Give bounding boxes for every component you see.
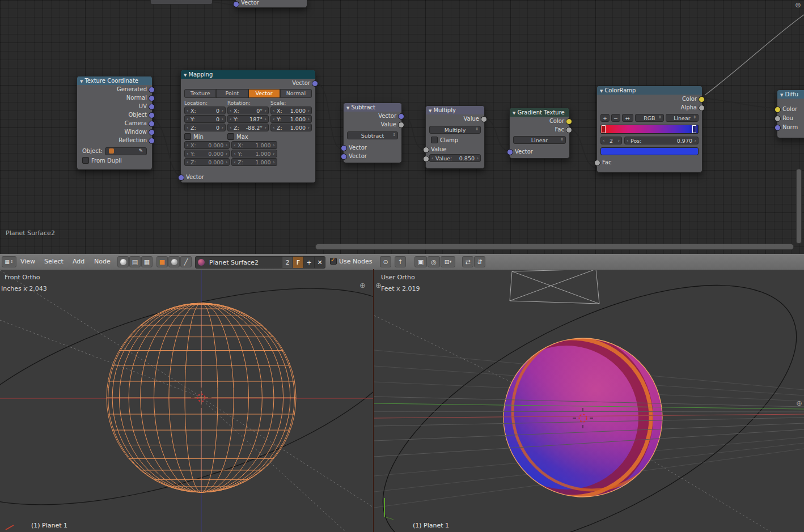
unlink-material-button[interactable]: ✕ [314,257,325,268]
socket-output-uv[interactable] [149,104,155,110]
node-header[interactable]: ▼Gradient Texture [510,108,569,117]
socket-input-color[interactable] [775,107,781,113]
menu-view[interactable]: View [20,258,35,265]
socket-output-vector[interactable] [312,80,318,87]
use-nodes-checkbox[interactable] [330,258,337,265]
node-texture-coordinate[interactable]: ▼Texture Coordinate Generated Normal UV … [77,76,153,170]
collapse-icon[interactable]: ▼ [346,106,349,110]
location-x-field[interactable]: X:0 [184,107,226,114]
socket-input-vector[interactable] [507,149,513,155]
node-subtract[interactable]: ▼Subtract Vector Value Subtract Vector V… [343,103,402,163]
socket-input-value-2[interactable] [423,156,429,162]
socket-output-object[interactable] [149,112,155,118]
stop-color-swatch[interactable] [600,147,699,155]
node-header[interactable]: ▼Subtract [344,103,401,112]
camera-wireframe[interactable] [510,269,599,304]
scale-x-field[interactable]: X:1.000 [270,107,312,114]
material-name-field[interactable]: Planet Surface2 [207,259,282,266]
socket-input-vector-2[interactable] [341,154,347,160]
socket-input-roughness[interactable] [775,116,781,122]
node-header[interactable]: ▼ColorRamp [597,86,702,95]
mapping-type-tabs[interactable]: Texture Point Vector Normal [184,89,312,98]
min-x-field[interactable]: X:0.000 [184,141,230,149]
flip-ramp-button[interactable]: ↔ [622,114,633,122]
snap-button[interactable]: ⊞▾ [441,256,455,267]
partial-node-widget[interactable] [150,0,213,5]
scale-y-field[interactable]: Y:1.000 [270,115,312,123]
node-gradient-texture[interactable]: ▼Gradient Texture Color Fac Linear Vecto… [509,108,570,159]
object-selector[interactable]: ✎ [105,147,147,155]
collapse-icon[interactable]: ▼ [80,79,83,84]
node-editor[interactable]: Vector ▼Texture Coordinate Generated Nor… [0,0,804,254]
viewport-front[interactable]: Front Ortho Inches x 2.043 (1) Planet 1 … [0,269,373,532]
scale-z-field[interactable]: Z:1.000 [270,124,312,131]
new-material-button[interactable]: + [303,257,314,268]
collapse-icon[interactable]: ▼ [600,89,603,93]
socket-input-vector[interactable] [178,175,184,181]
shader-other-icon[interactable]: ▦ [141,256,153,267]
context-material-icon[interactable] [168,256,180,267]
socket-output-window[interactable] [149,129,155,135]
colorramp-gradient-bar[interactable] [600,125,699,134]
interpolation-dropdown[interactable]: Linear [666,114,699,122]
tab-normal[interactable]: Normal [280,89,312,98]
node-diffuse[interactable]: ▼Diffu Color Rou Norm [777,90,804,138]
stop-position-field[interactable]: Pos:0.970 [624,137,699,144]
operation-dropdown[interactable]: Multiply [429,126,481,134]
tab-texture[interactable]: Texture [184,89,216,98]
wireframe-sphere[interactable] [107,303,296,492]
rotation-y-field[interactable]: Y:187° [227,115,269,123]
ramp-stop-active[interactable] [692,125,696,133]
socket-input-fac[interactable] [594,160,600,166]
region-expand-icon[interactable]: ⊕ [359,282,366,289]
planet-sphere[interactable] [487,331,671,497]
value-slider[interactable]: Value:0.850 [429,154,481,162]
pin-button[interactable]: ⊙ [380,256,391,267]
socket-input-vector-1[interactable] [341,145,347,151]
region-expand-icon[interactable]: ⊕ [796,399,802,407]
gradient-type-dropdown[interactable]: Linear [513,136,566,144]
menu-add[interactable]: Add [73,258,84,265]
rotation-x-field[interactable]: X:0° [227,107,269,114]
socket-input-normal[interactable] [775,125,781,131]
copy-nodes-button[interactable]: ⇄ [462,256,473,267]
tab-vector[interactable]: Vector [248,89,280,98]
viewport-user-canvas[interactable] [374,269,804,532]
context-object-icon[interactable]: ■ [156,256,168,267]
socket-output-alpha[interactable] [699,105,705,111]
socket-output-value[interactable] [481,116,487,122]
socket-output-generated[interactable] [149,87,155,93]
operation-dropdown[interactable]: Subtract [347,131,398,139]
max-checkbox[interactable] [227,133,234,140]
socket-output-fac[interactable] [566,127,572,133]
node-colorramp[interactable]: ▼ColorRamp Color Alpha + − ↔ RGB Linear … [596,86,703,173]
socket-output-color[interactable] [699,96,705,103]
node-header[interactable]: ▼Mapping [181,70,315,79]
socket-input-vector[interactable] [233,1,239,7]
node-header[interactable]: ▼Diffu [777,90,804,99]
socket-input-value-1[interactable] [423,147,429,153]
auto-render-button[interactable]: ◎ [428,256,440,267]
color-mode-dropdown[interactable]: RGB [635,114,664,122]
use-nodes-toggle[interactable]: Use Nodes [330,258,373,265]
node-header[interactable]: ▼Texture Coordinate [77,76,152,85]
from-dupli-checkbox[interactable] [82,157,89,164]
min-checkbox[interactable] [184,133,191,140]
shader-world-icon[interactable]: ▤ [129,256,141,267]
material-id-block[interactable]: Planet Surface2 2 F + ✕ [195,256,325,269]
paste-nodes-button[interactable]: ⇵ [474,256,485,267]
add-stop-button[interactable]: + [600,114,610,122]
delete-stop-button[interactable]: − [611,114,620,122]
partial-node-vector[interactable]: Vector [235,0,307,8]
viewport-user[interactable]: User Ortho Feet x 2.019 (1) Planet 1 ⊕ ⊕ [374,269,804,532]
user-count-button[interactable]: 2 [282,257,293,268]
shader-object-icon[interactable] [117,256,129,267]
backdrop-button[interactable]: ▣ [414,256,427,267]
node-editor-header[interactable]: ▦⇕ View Select Add Node ▤ ▦ ■ ╱ Planet S… [0,254,804,270]
viewport-divider[interactable] [373,269,374,532]
menu-node[interactable]: Node [94,258,111,265]
max-y-field[interactable]: Y:1.000 [231,150,277,158]
menu-select[interactable]: Select [44,258,64,265]
location-z-field[interactable]: Z:0 [184,124,226,131]
editor-type-button[interactable]: ▦⇕ [2,256,16,267]
